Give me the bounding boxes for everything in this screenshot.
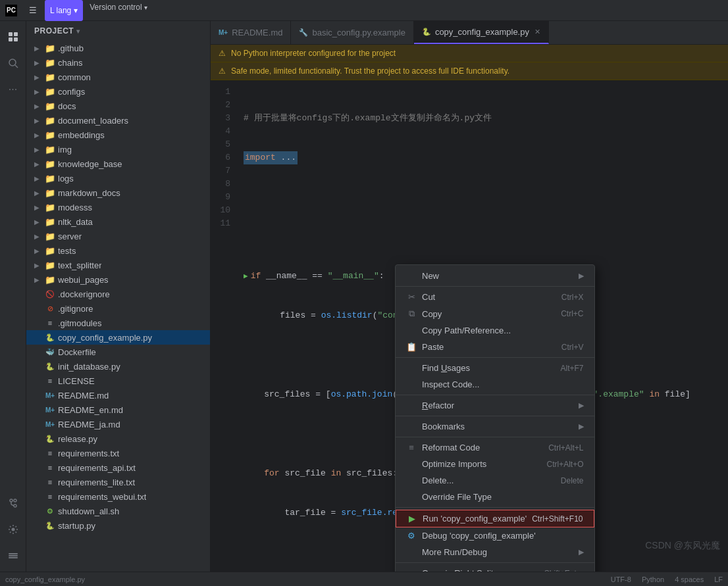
- menu-item-reformat[interactable]: ≡ Reformat Code Ctrl+Alt+L: [396, 439, 594, 456]
- project-view-icon[interactable]: [3, 26, 24, 47]
- tree-folder-nltk-data[interactable]: ▶ 📁 nltk_data: [26, 214, 210, 229]
- tree-file-requirements[interactable]: ▶ ≡ requirements.txt: [26, 446, 210, 460]
- menu-item-more-run[interactable]: More Run/Debug ▶: [396, 544, 594, 560]
- tree-folder-knowledge-base[interactable]: ▶ 📁 knowledge_base: [26, 157, 210, 171]
- menu-item-refactor[interactable]: Refactor ▶: [396, 397, 594, 414]
- tree-file-requirements-webui[interactable]: ▶ ≡ requirements_webui.txt: [26, 489, 210, 504]
- code-src-files: src_files = [: [244, 388, 331, 401]
- tree-folder-chains[interactable]: ▶ 📁 chains: [26, 55, 210, 70]
- tree-folder-configs[interactable]: ▶ 📁 configs: [26, 84, 210, 99]
- line-num-7: 7: [211, 164, 230, 178]
- tree-file-dockerignore[interactable]: ▶ 🚫 .dockerignore: [26, 287, 210, 301]
- tree-file-gitignore[interactable]: ▶ ⊘ .gitignore: [26, 301, 210, 316]
- folder-name: text_splitter: [58, 260, 101, 270]
- tree-file-readme[interactable]: ▶ M+ README.md: [26, 388, 210, 403]
- warning-icon: ⚠: [219, 66, 226, 76]
- menu-item-paste[interactable]: 📋 Paste Ctrl+V: [396, 339, 594, 355]
- tree-file-requirements-api[interactable]: ▶ ≡ requirements_api.txt: [26, 460, 210, 475]
- tree-folder-embeddings[interactable]: ▶ 📁 embeddings: [26, 128, 210, 142]
- stack-icon[interactable]: [3, 545, 24, 566]
- tree-file-shutdown[interactable]: ▶ ⚙ shutdown_all.sh: [26, 504, 210, 518]
- tree-file-license[interactable]: ▶ ≡ LICENSE: [26, 374, 210, 388]
- main-layout: ··· Project ▾ ▶ 📁 .github ▶ 📁 chai: [0, 21, 728, 572]
- tree-file-gitmodules[interactable]: ▶ ≡ .gitmodules: [26, 316, 210, 330]
- line-num-5: 5: [211, 138, 230, 151]
- file-icon: ≡: [45, 319, 55, 327]
- tab-readme-icon: M+: [219, 29, 228, 36]
- tree-folder-tests[interactable]: ▶ 📁 tests: [26, 243, 210, 258]
- code-paren: (: [373, 309, 378, 322]
- menu-item-cut[interactable]: ✂ Cut Ctrl+X: [396, 289, 594, 305]
- run-menu-icon: ▶: [407, 514, 417, 524]
- menu-item-bookmarks[interactable]: Bookmarks ▶: [396, 418, 594, 435]
- menu-separator-2: [396, 357, 594, 358]
- tree-folder-text-splitter[interactable]: ▶ 📁 text_splitter: [26, 258, 210, 272]
- folder-arrow-icon: ▶: [34, 276, 42, 283]
- menu-copy-path-label: Copy Path/Reference...: [422, 326, 511, 335]
- file-icon: ≡: [45, 464, 55, 472]
- menu-find-usages-shortcut: Alt+F7: [561, 364, 584, 373]
- tree-folder-markdown-docs[interactable]: ▶ 📁 markdown_docs: [26, 185, 210, 200]
- tree-folder-server[interactable]: ▶ 📁 server: [26, 229, 210, 243]
- line-num-11: 11: [211, 217, 230, 230]
- code-tar-file: tar_file =: [244, 506, 341, 520]
- tree-file-readme-en[interactable]: ▶ M+ README_en.md: [26, 403, 210, 417]
- tree-folder-img[interactable]: ▶ 📁 img: [26, 142, 210, 157]
- menu-item-new[interactable]: New ▶: [396, 268, 594, 284]
- menu-item-inspect-code[interactable]: Inspect Code...: [396, 376, 594, 393]
- tree-file-readme-ja[interactable]: ▶ M+ README_ja.md: [26, 417, 210, 431]
- tab-readme[interactable]: M+ README.md: [211, 21, 291, 44]
- search-icon[interactable]: [3, 53, 24, 74]
- tree-file-copy-config[interactable]: ▶ 🐍 copy_config_example.py: [26, 330, 210, 345]
- version-control-menu[interactable]: Version control ▾: [84, 0, 153, 21]
- settings-icon[interactable]: [3, 519, 24, 540]
- tab-copy-config[interactable]: 🐍 copy_config_example.py ✕: [414, 21, 549, 44]
- tree-folder-modesss[interactable]: ▶ 📁 modesss: [26, 200, 210, 214]
- tree-file-release[interactable]: ▶ 🐍 release.py: [26, 431, 210, 446]
- tab-basic-config[interactable]: 🔧 basic_config.py.example: [291, 21, 413, 44]
- folder-icon: 📁: [45, 203, 55, 212]
- hamburger-icon[interactable]: ☰: [22, 0, 43, 21]
- tree-folder-github[interactable]: ▶ 📁 .github: [26, 41, 210, 55]
- folder-arrow-icon: ▶: [34, 74, 42, 81]
- tree-folder-webui-pages[interactable]: ▶ 📁 webui_pages: [26, 272, 210, 287]
- folder-arrow-icon: ▶: [34, 45, 42, 52]
- tree-file-requirements-lite[interactable]: ▶ ≡ requirements_lite.txt: [26, 475, 210, 489]
- menu-item-override-file-type[interactable]: Override File Type: [396, 489, 594, 505]
- menu-item-delete[interactable]: Delete... Delete: [396, 472, 594, 489]
- more-icon[interactable]: ···: [3, 79, 24, 100]
- titlebar: PC ☰ L lang ▾ Version control ▾: [0, 0, 728, 21]
- watermark: CSDN @东风光魔: [645, 540, 720, 552]
- menu-item-open-right-split[interactable]: Open in Right Split Shift+Enter: [396, 565, 594, 572]
- git-icon[interactable]: [3, 493, 24, 514]
- menu-copy-label: Copy: [422, 309, 442, 319]
- tree-folder-logs[interactable]: ▶ 📁 logs: [26, 171, 210, 185]
- folder-name: img: [58, 145, 72, 155]
- tree-file-init-database[interactable]: ▶ 🐍 init_database.py: [26, 359, 210, 374]
- editor-area: M+ README.md 🔧 basic_config.py.example 🐍…: [211, 21, 728, 572]
- menu-item-optimize[interactable]: Optimize Imports Ctrl+Alt+O: [396, 456, 594, 472]
- copy-icon: ⧉: [406, 308, 417, 319]
- code-dunder-name: __name__: [266, 270, 307, 283]
- tree-file-startup[interactable]: ▶ 🐍 startup.py: [26, 518, 210, 533]
- tree-folder-docs[interactable]: ▶ 📁 docs: [26, 99, 210, 113]
- sidebar-tree[interactable]: ▶ 📁 .github ▶ 📁 chains ▶ 📁 common ▶ 📁 co…: [26, 41, 210, 572]
- folder-arrow-icon: ▶: [34, 59, 42, 66]
- tree-file-dockerfile[interactable]: ▶ 🐳 Dockerfile: [26, 345, 210, 359]
- menu-item-copy[interactable]: ⧉ Copy Ctrl+C: [396, 305, 594, 322]
- lang-button[interactable]: L lang ▾: [45, 0, 83, 21]
- svg-point-11: [11, 528, 14, 531]
- tab-close-icon[interactable]: ✕: [534, 28, 540, 36]
- code-main-str: "__main__": [328, 270, 379, 283]
- file-name: README_ja.md: [58, 420, 120, 429]
- menu-item-find-usages[interactable]: Find Usages Alt+F7: [396, 360, 594, 376]
- menu-item-copy-path[interactable]: Copy Path/Reference...: [396, 322, 594, 339]
- folder-arrow-icon: ▶: [34, 117, 42, 124]
- lang-label: L lang: [50, 6, 71, 15]
- menu-item-debug[interactable]: ⚙ Debug 'copy_config_example': [396, 527, 594, 544]
- file-name: requirements_lite.txt: [58, 477, 135, 487]
- folder-icon: 📁: [45, 116, 55, 126]
- menu-item-run[interactable]: ▶ Run 'copy_config_example' Ctrl+Shift+F…: [396, 510, 594, 527]
- tree-folder-common[interactable]: ▶ 📁 common: [26, 70, 210, 84]
- tree-folder-document-loaders[interactable]: ▶ 📁 document_loaders: [26, 113, 210, 128]
